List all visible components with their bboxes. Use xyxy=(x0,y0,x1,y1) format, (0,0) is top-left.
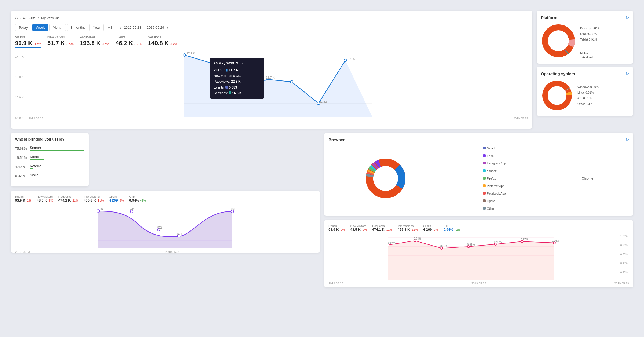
prev-date-arrow[interactable]: ‹ xyxy=(119,25,122,31)
platform-refresh-icon[interactable]: ↻ xyxy=(625,15,629,20)
stats-row: Visitors 90.9 K -17% New visitors 51.7 K… xyxy=(15,35,528,48)
svg-text:6.332: 6.332 xyxy=(320,100,327,103)
ctr-y3: 0.60% xyxy=(620,253,628,256)
svg-text:0.89%: 0.89% xyxy=(467,243,475,246)
svg-text:17.7 K: 17.7 K xyxy=(186,52,195,55)
ctr-clicks: Clicks 4 269 -9% xyxy=(423,224,438,232)
reach-visits-card: Reach 93.9 K -2% New visitors 48.5 K -9% xyxy=(11,191,320,253)
ctr-new-visitors: New visitors 48.5 K -9% xyxy=(350,224,367,232)
home-icon[interactable]: ⌂ xyxy=(15,15,18,21)
filter-week[interactable]: Week xyxy=(32,24,48,31)
y-label-4: 5 000 xyxy=(15,116,24,119)
x-label-start: 2019.05.23 xyxy=(28,117,43,120)
svg-text:0.93%: 0.93% xyxy=(494,241,502,244)
pageviews-value: 193.8 K xyxy=(80,40,101,47)
svg-text:17.0 K: 17.0 K xyxy=(346,57,355,60)
breadcrumb-websites[interactable]: Websites xyxy=(22,16,36,20)
time-filters: Today Week Month 3 months Year All ‹ 201… xyxy=(15,24,528,31)
os-title: Operating system xyxy=(541,71,575,76)
platform-card: Platform ↻ Desktop 0.01% Other 0.02% xyxy=(537,11,633,64)
os-card: Operating system ↻ Windows 0.00% Linu xyxy=(537,67,633,116)
ctr-x-mid: 2019.05.26 xyxy=(471,282,486,285)
users-title: Who is bringing you users? xyxy=(15,137,84,141)
svg-text:726: 726 xyxy=(230,208,235,211)
ctr-ctr: CTR 0.94% +2% xyxy=(443,224,460,232)
visits-x-mid: 2019.05.26 xyxy=(165,250,180,254)
reach-stat-ctr: CTR 0.94% +2% xyxy=(129,195,146,202)
svg-text:11.7 K: 11.7 K xyxy=(266,76,275,79)
y-label-3: 10.0 K xyxy=(15,96,24,99)
visits-x-start: 2019.05.23 xyxy=(15,250,30,254)
svg-text:15.8 K: 15.8 K xyxy=(212,60,221,63)
stat-new-visitors: New visitors 51.7 K -15% xyxy=(47,35,74,48)
visitors-value: 90.9 K xyxy=(15,40,32,47)
pageviews-change: -15% xyxy=(102,42,109,46)
ctr-y5: 0.20% xyxy=(620,271,628,274)
sessions-value: 140.8 K xyxy=(148,40,169,47)
svg-text:0.97%: 0.97% xyxy=(521,238,528,241)
main-analytics-card: ⌂ › Websites › My Website Today Week Mon… xyxy=(11,11,532,129)
reach-stat-clicks: Clicks 4 269 -9% xyxy=(109,195,124,202)
browser-title: Browser xyxy=(328,137,345,142)
filter-year[interactable]: Year xyxy=(89,24,103,31)
sessions-change: -14% xyxy=(170,42,177,46)
filter-month[interactable]: Month xyxy=(49,24,66,31)
new-visitors-value: 51.7 K xyxy=(47,40,65,47)
events-change: -17% xyxy=(134,42,142,46)
source-direct: 19.51% Direct xyxy=(15,155,84,160)
svg-text:0.87%: 0.87% xyxy=(440,245,448,248)
reach-stat-reach: Reach 93.9 K -2% xyxy=(15,195,31,202)
breadcrumb-sep2: › xyxy=(38,16,39,20)
breadcrumb: ⌂ › Websites › My Website xyxy=(15,15,528,21)
filter-3months[interactable]: 3 months xyxy=(67,24,88,31)
main-chart[interactable]: 17.7 K 15.0 K 10.0 K 5 000 xyxy=(15,52,528,122)
breadcrumb-site[interactable]: My Website xyxy=(41,16,59,20)
os-refresh-icon[interactable]: ↻ xyxy=(625,71,629,76)
ctr-impressions: Impressions 455.8 K -11% xyxy=(398,224,418,232)
browser-refresh-icon[interactable]: ↻ xyxy=(625,137,629,142)
ctr-y2: 0.80% xyxy=(620,244,628,247)
svg-text:744: 744 xyxy=(130,208,134,211)
line-chart-svg: 17.7 K 15.8 K 11.9 K 11.7 K 6.332 17.0 K xyxy=(28,52,528,117)
ctr-y1: 1.00% xyxy=(620,235,628,238)
svg-text:11.9 K: 11.9 K xyxy=(239,75,248,78)
browser-donut xyxy=(364,157,407,200)
ctr-stats-row: Reach 93.9 K -2% New visitors 48.5 K -9%… xyxy=(328,224,629,232)
filter-today[interactable]: Today xyxy=(15,24,31,31)
next-date-arrow[interactable]: › xyxy=(166,25,169,31)
svg-text:0.96%: 0.96% xyxy=(552,239,559,242)
chrome-label: Chrome xyxy=(582,177,593,180)
svg-point-52 xyxy=(373,166,398,191)
stat-pageviews: Pageviews 193.8 K -15% xyxy=(80,35,109,48)
ctr-requests: Requests 474.1 K -11% xyxy=(372,224,392,232)
ctr-reach: Reach 93.9 K -2% xyxy=(328,224,345,232)
svg-point-22 xyxy=(549,31,568,50)
users-source-card: Who is bringing you users? 75.68% Search… xyxy=(11,133,89,186)
x-label-end: 2019.05.29 xyxy=(513,117,528,120)
source-referral: 4.49% Referral xyxy=(15,164,84,169)
browser-card: Browser ↻ xyxy=(324,133,633,216)
os-legend: Windows 0.00% Linux 0.01% iOS 0.01% Othe… xyxy=(577,84,599,107)
reach-stat-requests: Requests 474.1 K -11% xyxy=(58,195,78,202)
visits-chart-svg: 748 744 522 504 726 xyxy=(15,206,316,248)
ctr-chart-area[interactable]: 1.00% 0.80% 0.60% 0.40% 0.20% — xyxy=(328,235,629,283)
visits-chart[interactable]: 748 744 522 504 726 2019.05.23 2019.05.2… xyxy=(15,206,316,248)
platform-title: Platform xyxy=(541,15,557,20)
y-label-2: 15.0 K xyxy=(15,75,24,79)
platform-legend: Desktop 0.01% Other 0.02% Tablet 3.91% M… xyxy=(580,25,600,56)
reach-stat-impressions: Impressions 455.8 K -11% xyxy=(84,195,104,202)
visitors-change: -17% xyxy=(34,42,41,46)
reach-stats-row: Reach 93.9 K -2% New visitors 48.5 K -9% xyxy=(15,195,316,202)
events-value: 46.2 K xyxy=(116,40,133,47)
svg-point-28 xyxy=(548,87,566,104)
ctr-card: Reach 93.9 K -2% New visitors 48.5 K -9%… xyxy=(324,220,633,287)
stat-events: Events 46.2 K -17% xyxy=(116,35,142,48)
filter-all[interactable]: All xyxy=(105,24,115,31)
svg-text:748: 748 xyxy=(98,207,103,210)
stat-sessions: Sessions 140.8 K -14% xyxy=(148,35,177,48)
stat-visitors: Visitors 90.9 K -17% xyxy=(15,35,41,48)
date-range-label: 2019.05.23 — 2019.05.29 xyxy=(124,25,164,30)
svg-text:0.98%: 0.98% xyxy=(414,237,421,240)
svg-text:504: 504 xyxy=(177,232,182,235)
browser-legend: Safari Edge Instagram App Yandex Firefox… xyxy=(483,145,506,211)
